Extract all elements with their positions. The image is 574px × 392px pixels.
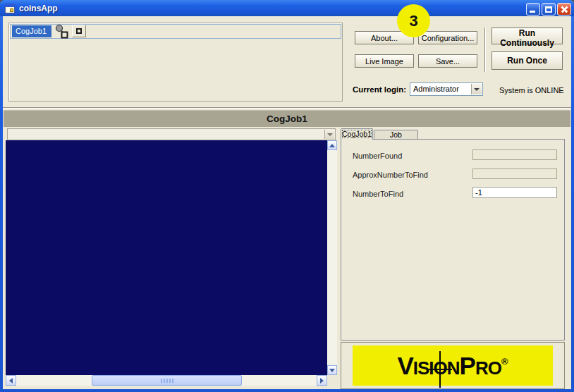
square-icon [76,28,82,34]
thumb-grip-icon [161,379,173,383]
current-login-label: Current login: [353,85,406,94]
run-once-button[interactable]: Run Once [491,51,563,70]
login-combobox-dropdown-button[interactable] [471,84,482,94]
section-divider [3,107,571,109]
vertical-scrollbar[interactable] [327,140,337,375]
scroll-left-button[interactable] [6,375,16,386]
system-status-text: System is ONLINE [499,86,564,94]
image-display-viewport[interactable] [6,140,327,375]
visionpro-logo-panel: VISIONPRO® [341,342,565,389]
login-combobox[interactable]: Administrator [410,82,483,96]
login-combobox-value: Administrator [413,85,459,93]
arrow-left-icon [9,378,13,384]
chevron-down-icon [474,88,480,91]
close-button[interactable] [557,3,571,16]
numberfound-input [472,149,557,160]
arrow-right-icon [320,378,324,384]
job-header-title: CogJob1 [4,110,570,127]
maximize-icon [545,6,552,13]
window-titlebar: coinsApp [0,0,574,16]
app-icon [4,3,16,14]
visionpro-logo-text: VISIONPRO® [397,353,508,378]
minimize-button[interactable] [526,3,540,16]
scroll-down-button[interactable] [327,365,337,375]
job-list-panel: CogJob1 [8,23,343,102]
live-image-button[interactable]: Live Image [355,54,414,68]
minimize-icon [530,11,535,13]
scroll-right-button[interactable] [317,375,327,386]
job-parameters-panel: NumberFound ApproxNumberToFind NumberToF… [341,139,565,341]
tab-cogjob1[interactable]: CogJob1 [341,128,373,140]
run-continuously-button[interactable]: Run Continuously [491,27,563,44]
window-title: coinsApp [19,4,58,13]
scroll-up-button[interactable] [327,140,337,150]
app-window: coinsApp 3 CogJob1 [0,0,574,392]
job-list-strip: CogJob1 [10,24,341,39]
annotation-badge: 3 [397,4,430,37]
client-area: CogJob1 About... Configuration... Live I… [3,16,571,389]
arrow-down-icon [329,369,335,372]
registered-trademark: ® [501,356,508,367]
job-list-item-cogjob1[interactable]: CogJob1 [12,25,51,37]
numberfound-label: NumberFound [353,152,402,160]
tab-job-statistics[interactable]: Job Statistics [374,130,418,140]
visionpro-logo: VISIONPRO® [353,345,553,386]
image-source-dropdown-button[interactable] [324,130,334,139]
chevron-down-icon [327,133,333,136]
arrow-up-icon [329,144,335,147]
horizontal-scrollbar[interactable] [6,375,327,386]
configuration-button[interactable]: Configuration... [418,31,477,44]
numbertofind-input[interactable] [472,187,557,198]
scrollbar-thumb[interactable] [92,375,242,386]
job-tool-link-icon [54,23,71,39]
approxnumbertofind-label: ApproxNumberToFind [353,171,428,179]
crosshair-o-icon: O [434,359,447,377]
job-placeholder-icon-button[interactable] [72,25,86,37]
numbertofind-label: NumberToFind [353,190,403,198]
image-source-combobox[interactable] [7,128,336,140]
maximize-button[interactable] [542,3,556,16]
save-button[interactable]: Save... [418,54,477,68]
approxnumbertofind-input [472,169,557,179]
vertical-divider [484,27,486,72]
